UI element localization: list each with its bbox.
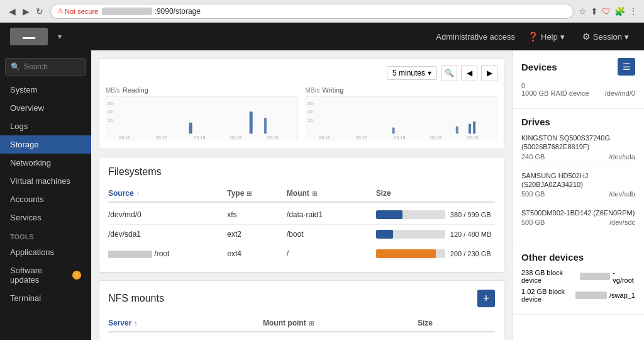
svg-text:20: 20 (108, 118, 113, 123)
drive-item-1[interactable]: SAMSUNG HD502HJ (S20BJA0ZA34210) 500 GB … (521, 171, 635, 204)
right-panel: Devices ☰ 0 1000 GB RAID device /dev/md/… (512, 50, 644, 340)
sidebar-item-accounts[interactable]: Accounts (0, 190, 91, 208)
filesystem-row-1[interactable]: /dev/sda1 ext2 /boot 120 / 480 MB (108, 225, 495, 244)
reload-button[interactable]: ↻ (34, 6, 45, 17)
time-select[interactable]: 5 minutes ▾ (387, 66, 437, 80)
nfs-title: NFS mounts (108, 293, 477, 304)
devices-menu-icon: ☰ (623, 62, 631, 72)
col-type-header[interactable]: Type ⊞ (227, 189, 287, 198)
cell-source-1: /dev/sda1 (108, 230, 227, 239)
nfs-add-button[interactable]: + (477, 290, 495, 307)
logo-dropdown-arrow[interactable]: ▾ (58, 32, 62, 41)
mount-filter-icon: ⊞ (312, 190, 317, 197)
progress-fill-1 (376, 230, 394, 239)
forward-button[interactable]: ▶ (20, 6, 31, 17)
session-dropdown-arrow: ▾ (625, 32, 629, 42)
sidebar-item-applications[interactable]: Applications (0, 243, 91, 261)
drive-path-1: /dev/sdb (609, 190, 635, 198)
svg-text:00:19: 00:19 (230, 135, 242, 140)
svg-rect-8 (250, 111, 253, 133)
nfs-section: NFS mounts + Server ↑ Mount point ⊞ (99, 280, 504, 340)
svg-text:00:19: 00:19 (430, 135, 441, 140)
drive-size-1: 500 GB (521, 190, 545, 198)
browser-bar: ◀ ▶ ↻ ⚠ Not secure :9090/storage ☆ ⬆ 🛡 🧩… (0, 0, 644, 23)
filesystem-row-2[interactable]: /root ext4 / 200 / 230 GB (108, 244, 495, 263)
help-icon: ❓ (528, 31, 538, 42)
sidebar-item-software-updates[interactable]: Software updates ! (0, 261, 91, 289)
svg-rect-9 (264, 118, 267, 133)
progress-bar-1 (376, 230, 445, 239)
sidebar-item-terminal[interactable]: Terminal (0, 289, 91, 307)
svg-text:00:17: 00:17 (355, 135, 367, 140)
filesystems-table-header: Source ↑ Type ⊞ Mount ⊞ Size (108, 185, 495, 203)
drive-model-1: SAMSUNG HD502HJ (S20BJA0ZA34210) (521, 171, 635, 190)
shield-icon: 🛡 (602, 6, 611, 16)
sidebar-item-overview[interactable]: Overview (0, 99, 91, 117)
devices-menu-button[interactable]: ☰ (618, 58, 635, 76)
cell-size-1: 120 / 480 MB (376, 230, 495, 239)
drive-model-0: KINGSTON SQ500S37240G (50026B7682E8619F) (521, 133, 635, 152)
drive-item-2[interactable]: ST500DM002-1BD142 (Z6EN0RPM) 500 GB /dev… (521, 208, 635, 231)
other-device-item-0[interactable]: 238 GB block device -vg/root (521, 269, 635, 284)
progress-fill-2 (376, 249, 436, 258)
url-text: :9090/storage (102, 7, 201, 16)
col-source-header[interactable]: Source ↑ (108, 189, 227, 198)
software-updates-badge: ! (72, 271, 81, 280)
chart-prev-button[interactable]: ◀ (461, 65, 477, 81)
writing-chart-container: MB/s Writing 60 40 20 (306, 86, 498, 142)
other-device-item-1[interactable]: 1.02 GB block device /swap_1 (521, 288, 635, 303)
col-mountpoint-header[interactable]: Mount point ⊞ (263, 319, 418, 327)
sidebar-item-storage[interactable]: Storage (0, 135, 91, 154)
sidebar-item-virtual-machines[interactable]: Virtual machines (0, 172, 91, 190)
sidebar-item-system[interactable]: System (0, 81, 91, 99)
svg-text:20: 20 (308, 118, 313, 123)
col-server-header[interactable]: Server ↑ (108, 319, 263, 327)
cell-mount-1: /boot (287, 230, 376, 239)
col-mount-header[interactable]: Mount ⊞ (287, 189, 376, 198)
session-button[interactable]: ⚙ Session ▾ (577, 29, 634, 44)
sidebar-item-logs[interactable]: Logs (0, 117, 91, 135)
bookmark-icon: ☆ (579, 6, 587, 16)
drive-size-0: 240 GB (521, 153, 545, 161)
cell-size-2: 200 / 230 GB (376, 249, 495, 258)
search-input[interactable]: 🔍 Search (5, 58, 86, 76)
address-bar[interactable]: ⚠ Not secure :9090/storage (50, 4, 574, 19)
svg-text:00:17: 00:17 (156, 135, 167, 140)
device-item-0[interactable]: 0 1000 GB RAID device /dev/md/0 (521, 82, 635, 97)
share-icon: ⬆ (591, 6, 598, 16)
session-icon: ⚙ (582, 31, 591, 42)
chart-next-button[interactable]: ▶ (481, 65, 497, 81)
chart-zoom-button[interactable]: 🔍 (441, 65, 457, 81)
charts-header: 5 minutes ▾ 🔍 ◀ ▶ (106, 65, 497, 81)
time-select-value: 5 minutes (392, 69, 425, 77)
drive-size-2: 500 GB (521, 218, 545, 226)
nfs-table-header: Server ↑ Mount point ⊞ Size (108, 315, 495, 332)
sidebar-item-networking[interactable]: Networking (0, 154, 91, 172)
progress-bar-0 (376, 210, 445, 219)
other-devices-header: Other devices (521, 252, 635, 263)
svg-text:60: 60 (308, 101, 313, 106)
other-devices-title: Other devices (521, 252, 584, 263)
svg-text:60: 60 (108, 101, 113, 106)
help-button[interactable]: ❓ Help ▾ (523, 29, 570, 44)
back-button[interactable]: ◀ (6, 6, 18, 17)
reading-chart: 60 40 20 00:16 00:17 00:18 00:19 (106, 96, 298, 140)
drive-detail-1: 500 GB /dev/sdb (521, 190, 635, 198)
device-path-0: /dev/md/0 (605, 89, 635, 97)
cell-mount-0: /data-raid1 (287, 210, 376, 219)
cell-size-0: 380 / 999 GB (376, 210, 495, 219)
cell-source-0: /dev/md/0 (108, 210, 227, 219)
not-secure-indicator: ⚠ Not secure (57, 7, 98, 15)
device-desc-0: 1000 GB RAID device (521, 89, 589, 97)
device-index-0: 0 (521, 82, 525, 89)
search-icon: 🔍 (11, 62, 20, 71)
filesystem-row-0[interactable]: /dev/md/0 xfs /data-raid1 380 / 999 GB (108, 205, 495, 225)
help-dropdown-arrow: ▾ (560, 32, 565, 42)
browser-nav: ◀ ▶ ↻ (6, 6, 45, 17)
drive-path-2: /dev/sdc (609, 218, 635, 226)
other-device-path-0: -vg/root (580, 269, 635, 284)
writing-chart-label: MB/s Writing (306, 86, 498, 94)
drive-item-0[interactable]: KINGSTON SQ500S37240G (50026B7682E8619F)… (521, 133, 635, 166)
sidebar-item-services[interactable]: Services (0, 208, 91, 227)
svg-text:00:18: 00:18 (394, 135, 405, 140)
